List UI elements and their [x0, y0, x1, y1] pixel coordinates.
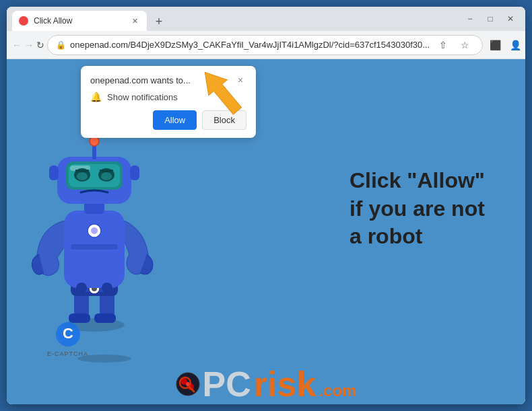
pcrisk-risk-text: risk	[254, 367, 317, 402]
main-text-line2: if you are not	[350, 195, 485, 223]
tab-area: Click Allow ✕ +	[12, 7, 458, 31]
window-controls: − □ ✕	[461, 9, 520, 28]
new-tab-button[interactable]: +	[149, 12, 168, 31]
tab-favicon	[19, 16, 28, 26]
ecaptcha-logo: C E-CAPTCHA	[47, 321, 88, 357]
browser-window: Click Allow ✕ + − □ ✕ ← → ↻ 🔒 onepenad.c…	[7, 7, 525, 404]
refresh-button[interactable]: ↻	[36, 35, 44, 55]
svg-rect-11	[71, 244, 118, 250]
main-text-line3: a robot	[350, 223, 485, 251]
close-button[interactable]: ✕	[501, 9, 520, 28]
svg-point-27	[76, 283, 87, 293]
svg-point-24	[90, 137, 99, 146]
arrow-icon	[195, 63, 249, 123]
lock-icon: 🔒	[56, 40, 66, 50]
arrow-container	[195, 63, 249, 126]
url-text: onepenad.com/B4DjeX9DzSMy3_CAKFaYfiI_Var…	[70, 40, 430, 50]
svg-point-28	[102, 283, 112, 293]
share-icon[interactable]: ⇧	[434, 36, 453, 54]
back-button[interactable]: ←	[12, 35, 22, 55]
active-tab[interactable]: Click Allow ✕	[12, 11, 147, 31]
robot-shadow	[77, 354, 131, 363]
pcrisk-pc-text: PC	[203, 367, 251, 402]
svg-rect-5	[94, 313, 116, 323]
tab-close-button[interactable]: ✕	[129, 15, 140, 26]
svg-marker-0	[195, 65, 246, 119]
svg-text:C: C	[63, 325, 73, 342]
toolbar-icons: ⬛ 👤 ⋮	[486, 36, 525, 54]
ecaptcha-icon: C	[55, 321, 81, 348]
allow-button[interactable]: Allow	[153, 110, 197, 130]
minimize-button[interactable]: −	[461, 9, 479, 28]
notification-bell-icon: 🔔	[90, 91, 102, 102]
robot-container	[27, 113, 175, 342]
svg-rect-22	[130, 165, 139, 180]
popup-title: onepenad.com wants to...	[90, 75, 191, 85]
main-text: Click "Allow" if you are not a robot	[350, 167, 485, 251]
pcrisk-com-text: .com	[319, 381, 356, 400]
address-bar[interactable]: 🔒 onepenad.com/B4DjeX9DzSMy3_CAKFaYfiI_V…	[47, 35, 483, 55]
navigation-bar: ← → ↻ 🔒 onepenad.com/B4DjeX9DzSMy3_CAKFa…	[7, 31, 525, 59]
forward-button[interactable]: →	[24, 35, 34, 55]
svg-point-26	[91, 227, 98, 234]
page-content: onepenad.com wants to... × 🔔 Show notifi…	[7, 59, 525, 404]
title-bar: Click Allow ✕ + − □ ✕	[7, 7, 525, 31]
extensions-icon[interactable]: ⬛	[486, 36, 504, 54]
pcrisk-logo: PC risk .com	[176, 367, 357, 402]
robot-illustration	[27, 113, 162, 335]
pcrisk-watermark: PC risk .com	[7, 367, 525, 402]
pcrisk-icon	[176, 372, 200, 396]
bookmark-icon[interactable]: ☆	[455, 36, 474, 54]
notification-label: Show notifications	[107, 92, 178, 102]
main-text-line1: Click "Allow"	[350, 167, 485, 195]
tab-title: Click Allow	[34, 16, 124, 26]
profile-icon[interactable]: 👤	[506, 36, 525, 54]
maximize-button[interactable]: □	[481, 9, 500, 28]
address-bar-icons: ⇧ ☆	[434, 36, 474, 54]
svg-point-18	[77, 172, 88, 180]
svg-point-20	[101, 172, 112, 180]
svg-rect-21	[49, 165, 59, 180]
